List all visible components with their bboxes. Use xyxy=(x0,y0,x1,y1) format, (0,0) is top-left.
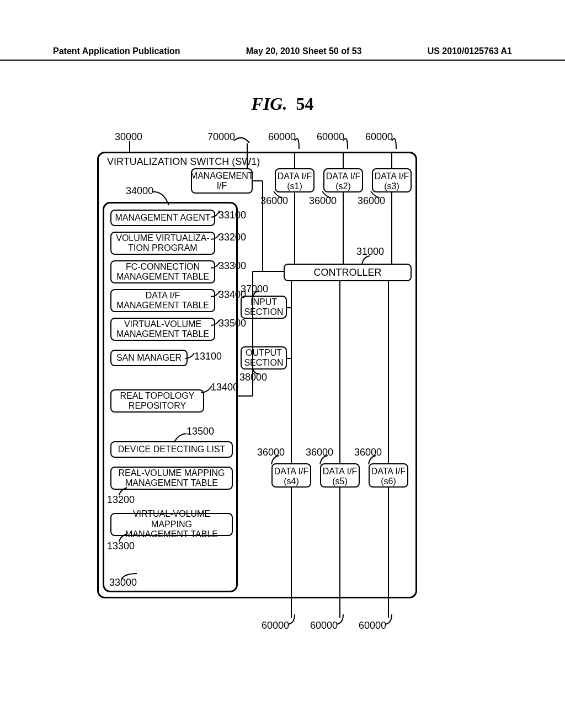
ref-60000-s4: 60000 xyxy=(262,620,289,631)
ref-13400: 13400 xyxy=(211,382,238,393)
lead-30000 xyxy=(126,141,134,154)
ref-13100: 13100 xyxy=(194,351,222,362)
ref-33200: 33200 xyxy=(218,232,246,243)
ref-60000-s6: 60000 xyxy=(359,620,386,631)
figure-prefix: FIG. xyxy=(252,94,287,114)
lead-60000-s5a xyxy=(337,614,347,625)
page-header: Patent Application Publication May 20, 2… xyxy=(0,46,565,61)
lead-34000 xyxy=(152,185,174,207)
ref-13500: 13500 xyxy=(186,426,214,437)
ref-33100: 33100 xyxy=(218,210,246,221)
lead-37000 xyxy=(253,291,263,299)
lead-13100 xyxy=(185,352,196,360)
header-right: US 2010/0125763 A1 xyxy=(428,46,512,56)
lead-33300 xyxy=(211,261,222,269)
ref-33400: 33400 xyxy=(218,289,246,301)
lead-31000 xyxy=(362,256,375,266)
ref-70000: 70000 xyxy=(207,131,235,143)
lead-13500 xyxy=(174,433,188,443)
ref-60000-s3: 60000 xyxy=(365,131,393,143)
lead-36000-s6a xyxy=(369,456,382,465)
lead-36000-s5a xyxy=(320,456,333,465)
lead-60000-s3 xyxy=(392,135,403,149)
figure-number: 54 xyxy=(296,94,313,114)
ref-33500: 33500 xyxy=(218,318,246,329)
lead-36000-s3a xyxy=(371,190,384,199)
lead-33400 xyxy=(211,290,222,298)
lead-60000-s6a xyxy=(385,614,395,625)
lead-60000-s1 xyxy=(295,135,306,149)
lead-70000 xyxy=(234,135,250,146)
lead-36000-s2a xyxy=(322,190,335,199)
figure-title: FIG. 54 xyxy=(0,94,565,114)
ref-60000-s5: 60000 xyxy=(310,620,338,631)
ref-60000-s1: 60000 xyxy=(268,131,296,143)
lead-33000 xyxy=(121,572,138,580)
lead-13400 xyxy=(201,385,214,394)
lead-13200 xyxy=(119,488,129,497)
lead-38000 xyxy=(253,367,263,375)
lead-33100 xyxy=(211,210,222,218)
lead-33500 xyxy=(211,319,222,326)
ref-34000: 34000 xyxy=(126,185,153,197)
ref-60000-s2: 60000 xyxy=(317,131,344,143)
lead-60000-s4a xyxy=(288,614,298,625)
lead-13300 xyxy=(119,534,129,544)
lead-60000-s2 xyxy=(343,135,354,149)
diagram: VIRTUALIZATION SWITCH (SW1) MANAGEMENT A… xyxy=(97,121,445,673)
lead-36000-s4a xyxy=(271,456,285,465)
ref-33300: 33300 xyxy=(218,260,246,272)
header-center: May 20, 2010 Sheet 50 of 53 xyxy=(246,46,362,56)
header-left: Patent Application Publication xyxy=(53,46,180,56)
lead-36000-s1a xyxy=(274,190,287,199)
lead-33200 xyxy=(211,233,222,240)
